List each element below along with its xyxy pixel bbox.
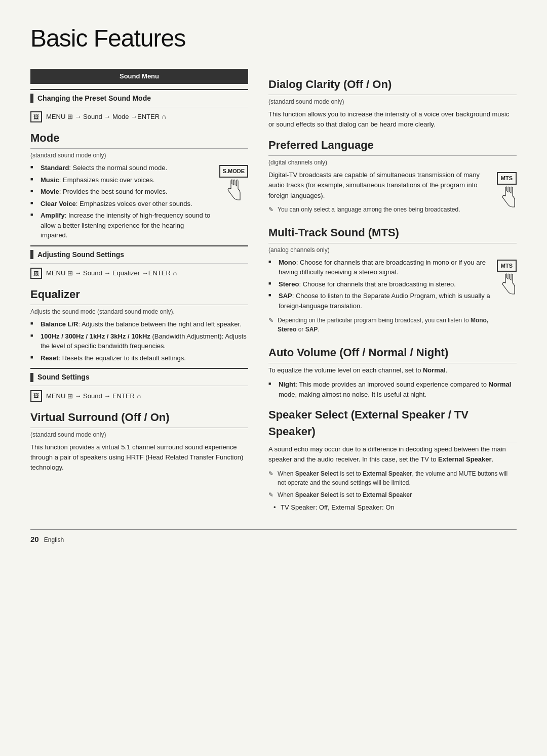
preferred-language-mts-block: MTS bbox=[497, 172, 517, 208]
hand-icon bbox=[497, 186, 516, 208]
preferred-language-tip: You can only select a language among the… bbox=[268, 205, 492, 214]
dialog-clarity-title: Dialog Clarity (Off / On) bbox=[268, 76, 517, 95]
list-item: Night: This mode provides an improved so… bbox=[268, 380, 517, 399]
equalizer-note: Adjusts the sound mode (standard sound m… bbox=[30, 307, 248, 316]
list-item: 100Hz / 300Hz / 1kHz / 3kHz / 10kHz (Ban… bbox=[30, 331, 248, 351]
list-item: Music: Emphasizes music over voices. bbox=[30, 175, 211, 185]
footer: 20 English bbox=[30, 529, 517, 545]
list-item: Stereo: Choose for channels that are bro… bbox=[268, 279, 492, 289]
adjusting-sound-menu-path: 🖼 MENU ⊞ → Sound → Equalizer →ENTER ∩ bbox=[30, 268, 248, 279]
mode-title: Mode bbox=[30, 130, 248, 149]
page-number: 20 bbox=[30, 535, 39, 543]
auto-volume-body: To equalize the volume level on each cha… bbox=[268, 365, 517, 375]
list-item: Movie: Provides the best sound for movie… bbox=[30, 187, 211, 197]
list-item: Clear Voice: Emphasizes voices over othe… bbox=[30, 199, 211, 209]
preferred-language-title: Preferred Language bbox=[268, 137, 517, 156]
hand-icon-2 bbox=[497, 273, 516, 295]
auto-volume-list: Night: This mode provides an improved so… bbox=[268, 380, 517, 399]
sound-menu-box: Sound Menu bbox=[30, 69, 248, 84]
speaker-select-tip2: When Speaker Select is set to External S… bbox=[268, 490, 517, 499]
list-item: Reset: Resets the equalizer to its defau… bbox=[30, 353, 248, 363]
hand-icon bbox=[223, 179, 241, 201]
footer-language: English bbox=[44, 536, 64, 543]
equalizer-list: Balance L/R: Adjusts the balance between… bbox=[30, 319, 248, 363]
equalizer-title: Equalizer bbox=[30, 286, 248, 305]
smode-badge: S.MODE bbox=[219, 165, 248, 178]
list-item: SAP: Choose to listen to the Separate Au… bbox=[268, 291, 492, 311]
list-item: Amplify: Increase the intensity of high-… bbox=[30, 211, 211, 240]
multi-track-mts-block: MTS bbox=[497, 260, 517, 296]
sound-settings-header: Sound Settings bbox=[30, 368, 248, 386]
dialog-clarity-note: (standard sound mode only) bbox=[268, 97, 517, 106]
multi-track-tip: Depending on the particular program bein… bbox=[268, 316, 492, 334]
right-column: Dialog Clarity (Off / On) (standard soun… bbox=[268, 69, 517, 514]
mode-list: Standard: Selects the normal sound mode.… bbox=[30, 163, 211, 240]
smode-badge-block: S.MODE bbox=[216, 165, 248, 201]
mts-badge: MTS bbox=[497, 172, 517, 185]
speaker-select-body: A sound echo may occur due to a differen… bbox=[268, 444, 517, 465]
list-item: Balance L/R: Adjusts the balance between… bbox=[30, 319, 248, 329]
list-item: Mono: Choose for channels that are broad… bbox=[268, 258, 492, 277]
changing-preset-header: Changing the Preset Sound Mode bbox=[30, 89, 248, 107]
auto-volume-title: Auto Volume (Off / Normal / Night) bbox=[268, 344, 517, 363]
preferred-language-body: Digital-TV broadcasts are capable of sim… bbox=[268, 170, 492, 200]
multi-track-list: Mono: Choose for channels that are broad… bbox=[268, 258, 492, 311]
page-title: Basic Features bbox=[30, 20, 517, 57]
multi-track-note: (analog channels only) bbox=[268, 245, 517, 255]
preferred-language-note: (digital channels only) bbox=[268, 158, 517, 167]
multi-track-title: Multi-Track Sound (MTS) bbox=[268, 224, 517, 243]
speaker-select-bullet: TV Speaker: Off, External Speaker: On bbox=[268, 502, 517, 513]
virtual-surround-note: (standard sound mode only) bbox=[30, 430, 248, 439]
virtual-surround-title: Virtual Surround (Off / On) bbox=[30, 409, 248, 428]
list-item: Standard: Selects the normal sound mode. bbox=[30, 163, 211, 173]
mts-badge-2: MTS bbox=[497, 260, 517, 272]
speaker-select-title: Speaker Select (External Speaker / TV Sp… bbox=[268, 406, 517, 442]
changing-preset-menu-path: 🖼 MENU ⊞ → Sound → Mode →ENTER ∩ bbox=[30, 111, 248, 123]
sound-settings-menu-path: 🖼 MENU ⊞ → Sound → ENTER ∩ bbox=[30, 390, 248, 402]
dialog-clarity-body: This function allows you to increase the… bbox=[268, 109, 517, 130]
virtual-surround-body: This function provides a virtual 5.1 cha… bbox=[30, 442, 248, 473]
speaker-select-tip1: When Speaker Select is set to External S… bbox=[268, 469, 517, 487]
mode-note: (standard sound mode only) bbox=[30, 151, 248, 160]
adjusting-sound-header: Adjusting Sound Settings bbox=[30, 245, 248, 264]
left-column: Sound Menu Changing the Preset Sound Mod… bbox=[30, 69, 248, 514]
